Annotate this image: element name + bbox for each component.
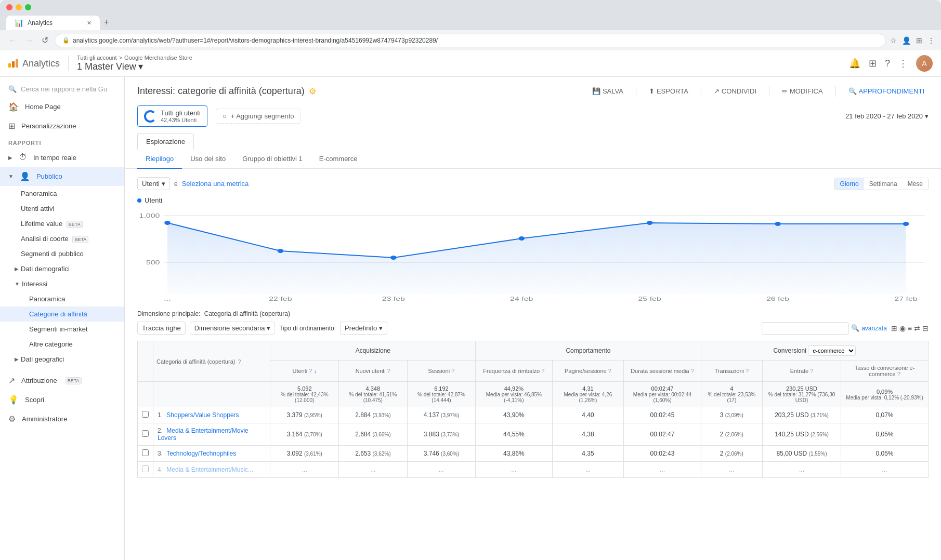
sidebar-sub-segmenti[interactable]: Segmenti di pubblico: [0, 246, 124, 261]
sidebar-sub-altre-categorie[interactable]: Altre categorie: [0, 337, 124, 352]
sidebar-group-geografici[interactable]: ▶ Dati geografici: [0, 352, 124, 367]
th-category-info[interactable]: ?: [238, 358, 241, 365]
sessions-info-icon[interactable]: ?: [451, 368, 454, 374]
sidebar-item-pubblico[interactable]: ▼ 👤 Pubblico: [0, 167, 124, 186]
sidebar-group-interessi[interactable]: ▼ Interessi: [0, 276, 124, 291]
tab-riepilogo[interactable]: Riepilogo: [137, 150, 182, 169]
time-btn-week[interactable]: Settimana: [864, 178, 903, 190]
time-btn-month[interactable]: Mese: [903, 178, 928, 190]
new-tab-button[interactable]: +: [101, 15, 112, 30]
row2-checkbox[interactable]: [138, 423, 153, 446]
bookmark-icon[interactable]: ☆: [890, 36, 897, 45]
search-icon[interactable]: 🔍: [851, 324, 859, 332]
table-search-input[interactable]: [762, 322, 849, 335]
sidebar-item-scopri[interactable]: 💡 Scopri: [0, 390, 124, 409]
sidebar-item-realtime[interactable]: ▶ ⏱ In tempo reale: [0, 148, 124, 167]
row2-category-link[interactable]: Media & Entertainment/Movie Lovers: [158, 427, 249, 442]
trace-rows-button[interactable]: Traccia righe: [137, 322, 186, 335]
share-button[interactable]: ↗ CONDIVIDI: [710, 85, 761, 97]
sidebar-group-demografici[interactable]: ▶ Dati demografici: [0, 261, 124, 276]
row1-category-link[interactable]: Shoppers/Value Shoppers: [166, 411, 239, 419]
minimize-button[interactable]: [16, 4, 22, 10]
sidebar-sub-int-panoramica[interactable]: Panoramica: [0, 291, 124, 306]
browser-tab[interactable]: 📊 Analytics ✕: [6, 16, 100, 30]
forward-button[interactable]: →: [23, 34, 35, 47]
tab-ecommerce[interactable]: E-commerce: [311, 150, 366, 169]
apps-grid-icon[interactable]: ⊞: [869, 58, 877, 69]
sidebar-sub-coorte[interactable]: Analisi di coorte BETA: [0, 231, 124, 246]
view-selector[interactable]: 1 Master View ▾: [77, 61, 192, 72]
account-name[interactable]: Google Merchandise Store: [124, 55, 192, 61]
segment-chip[interactable]: Tutti gli utenti 42,43% Utenti: [137, 105, 207, 127]
tab-gruppo-obiettivi[interactable]: Gruppo di obiettivi 1: [234, 150, 311, 169]
transactions-info-icon[interactable]: ?: [746, 368, 749, 374]
row2-conv-rate: 0,05%: [841, 423, 929, 446]
grid-view-icon[interactable]: ⊞: [891, 324, 897, 332]
summary-pages-sub: Media per vista: 4,26 (1,26%): [557, 392, 620, 403]
profile-icon[interactable]: 👤: [902, 36, 911, 45]
conv-info-icon[interactable]: ?: [897, 371, 900, 377]
advanced-link[interactable]: avanzata: [861, 325, 887, 332]
sidebar-sub-categorie-affinita[interactable]: Categorie di affinità: [0, 306, 124, 322]
maximize-button[interactable]: [25, 4, 31, 10]
tab-close-icon[interactable]: ✕: [87, 20, 92, 26]
duration-info-icon[interactable]: ?: [691, 368, 694, 374]
add-segment-button[interactable]: ○ + Aggiungi segmento: [216, 109, 301, 124]
account-breadcrumb: Tutti gli account > Google Merchandise S…: [77, 55, 192, 61]
summary-bounce-sub: Media per vista: 46,85% (-4,11%): [480, 392, 547, 403]
sidebar-item-personalization[interactable]: ⊞ Personalizzazione: [0, 116, 124, 136]
more-options-icon[interactable]: ⋮: [898, 58, 908, 69]
users-info-icon[interactable]: ?: [309, 368, 312, 374]
compare-view-icon[interactable]: ⇄: [914, 324, 920, 332]
esplorazione-tab[interactable]: Esplorazione: [137, 133, 194, 150]
bounce-info-icon[interactable]: ?: [541, 368, 544, 374]
header-account-info: Tutti gli account > Google Merchandise S…: [77, 55, 192, 72]
address-bar[interactable]: 🔒 analytics.google.com/analytics/web/?au…: [55, 34, 886, 47]
sidebar-sub-segmenti-market[interactable]: Segmenti in-market: [0, 322, 124, 337]
date-range-selector[interactable]: 21 feb 2020 - 27 feb 2020 ▾: [845, 112, 929, 120]
revenue-info-icon[interactable]: ?: [810, 368, 813, 374]
bar-view-icon[interactable]: ≡: [908, 324, 912, 332]
row4-checkbox[interactable]: [138, 462, 153, 478]
conversioni-type-select[interactable]: e-commerce: [808, 345, 856, 356]
row3-category-link[interactable]: Technology/Technophiles: [166, 450, 236, 457]
pie-view-icon[interactable]: ◉: [899, 324, 906, 332]
row3-checkbox[interactable]: [138, 446, 153, 462]
reload-button[interactable]: ↺: [40, 33, 50, 47]
sidebar-sub-utenti-attivi[interactable]: Utenti attivi: [0, 201, 124, 216]
add-metric-button[interactable]: Seleziona una metrica: [182, 180, 249, 188]
row1-checkbox[interactable]: [138, 407, 153, 423]
insights-button[interactable]: 🔍 APPROFONDIMENTI: [844, 85, 929, 97]
sidebar-search[interactable]: 🔍 Cerca nei rapporti e nella Gu: [0, 81, 124, 97]
new-users-info-icon[interactable]: ?: [387, 368, 390, 374]
pages-info-icon[interactable]: ?: [608, 368, 611, 374]
edit-button[interactable]: ✏ MODIFICA: [778, 85, 827, 97]
notifications-icon[interactable]: 🔔: [849, 58, 860, 69]
sidebar-sub-lifetime[interactable]: Lifetime value BETA: [0, 216, 124, 231]
table-controls: Traccia righe Dimensione secondaria ▾ Ti…: [137, 322, 929, 335]
time-btn-day[interactable]: Giorno: [835, 178, 864, 190]
export-button[interactable]: ⬆ ESPORTA: [645, 85, 692, 97]
help-icon[interactable]: ?: [885, 58, 890, 69]
avatar[interactable]: A: [916, 55, 933, 72]
secondary-dim-dropdown[interactable]: Dimensione secondaria ▾: [190, 322, 275, 335]
svg-text:...: ...: [164, 296, 171, 302]
all-accounts-link[interactable]: Tutti gli account: [77, 55, 117, 61]
legend-label: Utenti: [145, 196, 162, 204]
extensions-icon[interactable]: ⊞: [916, 36, 922, 45]
row4-transactions: ...: [701, 462, 762, 478]
sort-dropdown[interactable]: Predefinito ▾: [340, 322, 387, 335]
sidebar-sub-panoramica[interactable]: Panoramica: [0, 186, 124, 201]
tab-uso-sito[interactable]: Uso del sito: [182, 150, 234, 169]
back-button[interactable]: ←: [6, 34, 19, 47]
sidebar-item-homepage[interactable]: 🏠 Home Page: [0, 97, 124, 116]
sidebar-item-attribuzione[interactable]: ↗ Attribuzione BETA: [0, 371, 124, 390]
settings-icon[interactable]: ⋮: [927, 36, 935, 45]
metric-dropdown[interactable]: Utenti ▾: [137, 177, 170, 190]
page-info-icon[interactable]: ⚙: [309, 86, 316, 96]
close-button[interactable]: [6, 4, 12, 10]
pivot-view-icon[interactable]: ⊟: [922, 324, 929, 332]
save-button[interactable]: 💾 SALVA: [588, 85, 628, 97]
sidebar-item-admin[interactable]: ⚙ Amministratore: [0, 409, 124, 429]
row4-category-link[interactable]: Media & Entertainment/Music...: [166, 466, 253, 473]
